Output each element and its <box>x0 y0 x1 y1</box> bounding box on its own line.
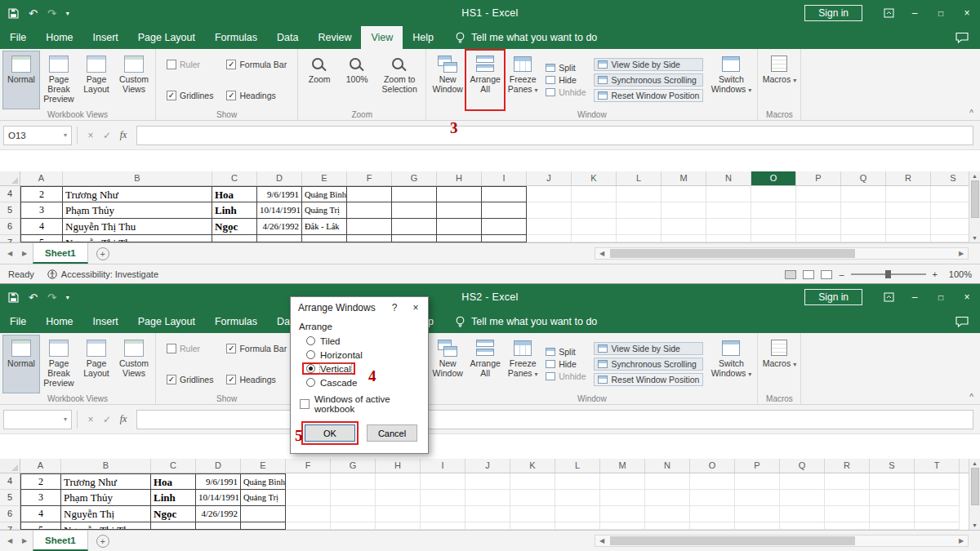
cell-R7[interactable] <box>825 522 870 530</box>
row-header-6[interactable]: 6 <box>0 506 20 522</box>
menu-tab-help[interactable]: Help <box>403 26 443 49</box>
ribbon-display-options-icon[interactable] <box>875 0 902 26</box>
reset-window-position-button[interactable]: Reset Window Position <box>594 373 703 386</box>
column-header-C[interactable]: C <box>151 459 196 473</box>
customize-qat-icon[interactable]: ▾ <box>66 294 69 301</box>
page-layout-view-button[interactable]: Page Layout <box>78 51 115 109</box>
cell-R6[interactable] <box>825 506 870 522</box>
page-break-preview-icon[interactable] <box>821 270 832 279</box>
cell-K4[interactable] <box>572 186 617 202</box>
cell-E6[interactable] <box>241 506 286 522</box>
column-header-L[interactable]: L <box>555 459 600 473</box>
cell-A6[interactable]: 4 <box>20 219 63 235</box>
menu-tab-insert[interactable]: Insert <box>83 310 128 333</box>
column-header-N[interactable]: N <box>706 171 751 185</box>
menu-tab-page-layout[interactable]: Page Layout <box>128 310 205 333</box>
vertical-scrollbar[interactable]: ▲ ▼ <box>969 171 980 242</box>
cell-Q6[interactable] <box>841 219 886 235</box>
cell-K7[interactable] <box>510 522 555 530</box>
cell-N5[interactable] <box>706 202 751 219</box>
name-box[interactable]: O13▾ <box>3 126 72 145</box>
cell-S5[interactable] <box>870 490 915 506</box>
arrange-all-button[interactable]: Arrange All <box>466 51 504 109</box>
cell-N4[interactable] <box>706 186 751 202</box>
split-button[interactable]: Split <box>546 63 586 73</box>
zoom-to-selection-button[interactable]: Zoom to Selection <box>376 51 423 109</box>
dialog-help-button[interactable]: ? <box>384 302 405 313</box>
name-box[interactable]: ▾ <box>3 410 72 429</box>
select-all-button[interactable] <box>0 459 20 473</box>
normal-view-button[interactable]: Normal <box>2 51 40 109</box>
customize-qat-icon[interactable]: ▾ <box>66 10 69 17</box>
headings-checkbox[interactable]: Headings <box>226 366 287 393</box>
formula-bar-checkbox[interactable]: Formula Bar <box>226 51 287 78</box>
cell-K4[interactable] <box>510 473 555 490</box>
cell-N7[interactable] <box>706 235 751 242</box>
column-header-B[interactable]: B <box>63 171 212 185</box>
unhide-button[interactable]: Unhide <box>546 371 586 381</box>
column-header-G[interactable]: G <box>331 459 376 473</box>
column-header-L[interactable]: L <box>617 171 662 185</box>
cancel-button[interactable]: Cancel <box>367 424 417 442</box>
collapse-ribbon-button[interactable]: ^ <box>969 109 973 118</box>
cell-D4[interactable]: 9/6/1991 <box>257 186 302 202</box>
hscroll-right-icon[interactable]: ▶ <box>955 537 968 544</box>
cell-Q4[interactable] <box>841 186 886 202</box>
menu-tab-formulas[interactable]: Formulas <box>205 310 267 333</box>
cell-Q4[interactable] <box>780 473 825 490</box>
cell-L7[interactable] <box>617 235 662 242</box>
cell-E6[interactable]: Đắk - Lắk <box>302 219 347 235</box>
column-header-F[interactable]: F <box>347 171 392 185</box>
headings-checkbox[interactable]: Headings <box>226 82 287 109</box>
zoom-button[interactable]: Zoom <box>301 51 338 109</box>
cell-E7[interactable] <box>241 522 286 530</box>
scroll-down-icon[interactable]: ▼ <box>972 235 978 241</box>
cell-C7[interactable] <box>151 522 196 530</box>
menu-tab-file[interactable]: File <box>0 310 36 333</box>
cell-A5[interactable]: 3 <box>20 490 61 506</box>
cell-T4[interactable] <box>915 473 960 490</box>
undo-icon[interactable]: ↶ <box>29 7 38 20</box>
zoom-out-button[interactable]: – <box>839 269 844 279</box>
custom-views-button[interactable]: Custom Views <box>115 335 153 393</box>
cell-M4[interactable] <box>600 473 645 490</box>
zoom-slider[interactable] <box>851 273 926 275</box>
horizontal-scrollbar[interactable]: ◀ ▶ <box>595 535 969 547</box>
cell-M6[interactable] <box>600 506 645 522</box>
cell-N4[interactable] <box>645 473 690 490</box>
cell-J5[interactable] <box>466 490 510 506</box>
cell-D5[interactable]: 10/14/1991 <box>196 490 241 506</box>
cell-B6[interactable]: Nguyễn Thị Thu <box>63 219 212 235</box>
synchronous-scrolling-button[interactable]: Synchronous Scrolling <box>594 73 703 87</box>
radio-cascade[interactable]: Cascade <box>304 376 359 389</box>
cell-A7[interactable]: 5 <box>20 522 61 530</box>
hscroll-left-icon[interactable]: ◀ <box>595 250 608 257</box>
cell-H5[interactable] <box>376 490 421 506</box>
menu-tab-view[interactable]: View <box>361 26 403 49</box>
windows-of-active-workbook-checkbox[interactable]: Windows of active workbook <box>300 394 420 414</box>
scroll-down-icon[interactable]: ▼ <box>972 522 978 528</box>
cell-O7[interactable] <box>690 522 735 530</box>
minimize-button[interactable]: – <box>902 284 928 310</box>
cell-G7[interactable] <box>331 522 376 530</box>
reset-window-position-button[interactable]: Reset Window Position <box>594 89 703 102</box>
row-header-5[interactable]: 5 <box>0 490 20 506</box>
column-header-J[interactable]: J <box>466 459 510 473</box>
menu-tab-home[interactable]: Home <box>36 310 82 333</box>
cell-N6[interactable] <box>645 506 690 522</box>
maximize-button[interactable]: □ <box>928 0 954 26</box>
cell-M5[interactable] <box>662 202 706 219</box>
cell-S4[interactable] <box>870 473 915 490</box>
cell-N5[interactable] <box>645 490 690 506</box>
cell-Q5[interactable] <box>780 490 825 506</box>
close-button[interactable]: × <box>954 0 980 26</box>
row-header-7[interactable]: 7 <box>0 522 20 530</box>
insert-function-icon[interactable]: fx <box>115 129 131 141</box>
cell-E5[interactable]: Quảng Trị <box>241 490 286 506</box>
cell-H6[interactable] <box>376 506 421 522</box>
cell-F4[interactable] <box>286 473 331 490</box>
cell-J7[interactable] <box>466 522 510 530</box>
column-header-M[interactable]: M <box>662 171 706 185</box>
cell-N7[interactable] <box>645 522 690 530</box>
column-header-R[interactable]: R <box>825 459 870 473</box>
